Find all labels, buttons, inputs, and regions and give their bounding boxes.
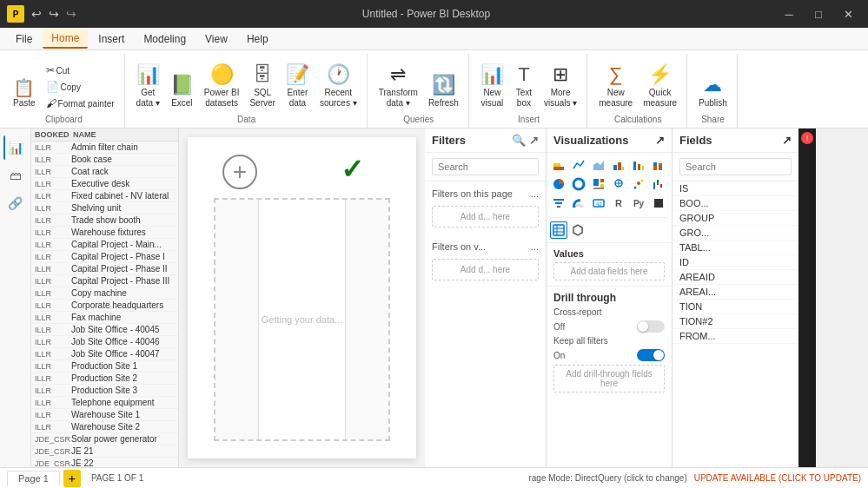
field-item[interactable]: FROM... [673, 329, 798, 344]
field-item[interactable]: GROUP [673, 211, 798, 226]
viz-format-icon[interactable] [569, 221, 586, 239]
filter-page-more[interactable]: ... [531, 188, 539, 199]
filter-page-drop-zone[interactable]: Add d... here [432, 206, 539, 228]
menu-modeling[interactable]: Modeling [135, 30, 195, 49]
new-visual-button[interactable]: 📊 Newvisual [476, 59, 508, 111]
update-available-link[interactable]: UPDATE AVAILABLE (CLICK TO UPDATE) [694, 473, 861, 483]
transform-data-button[interactable]: ⇌ Transformdata ▾ [374, 59, 422, 111]
viz-map-icon[interactable] [610, 175, 627, 193]
list-item[interactable]: ILLRWarehouse Site 2 [31, 421, 178, 433]
minimize-button[interactable]: ─ [776, 5, 802, 23]
list-item[interactable]: ILLRWarehouse fixtures [31, 227, 178, 239]
add-page-button[interactable]: + [63, 470, 81, 487]
menu-insert[interactable]: Insert [89, 30, 133, 49]
list-item[interactable]: ILLRCorporate headquarters [31, 300, 178, 312]
filters-search-input[interactable] [432, 158, 539, 175]
sidebar-data-icon[interactable]: 🗃 [3, 163, 28, 188]
list-item[interactable]: ILLRCopy machine [31, 287, 178, 300]
list-item[interactable]: ILLRCapital Project - Main... [31, 239, 178, 251]
drill-mode-status[interactable]: rage Mode: DirectQuery (click to change) [528, 473, 686, 483]
viz-area-icon[interactable] [590, 156, 607, 174]
list-item[interactable]: ILLRProduction Site 3 [31, 385, 178, 397]
list-item[interactable]: JDE_CSRJE 21 [31, 445, 178, 458]
refresh-button[interactable]: 🔃 Refresh [424, 59, 463, 111]
enter-data-button[interactable]: 📝 Enterdata [282, 59, 314, 111]
paste-button[interactable]: 📋 Paste [9, 59, 40, 111]
menu-file[interactable]: File [7, 30, 41, 49]
powerbi-datasets-button[interactable]: 🟡 Power BIdatasets [200, 59, 244, 111]
list-item[interactable]: ILLRExecutive desk [31, 178, 178, 190]
menu-help[interactable]: Help [238, 30, 277, 49]
quick-measure-button[interactable]: ⚡ Quickmeasure [639, 59, 681, 111]
field-item[interactable]: TABL... [673, 241, 798, 255]
list-item[interactable]: ILLRWarehouse Site 1 [31, 409, 178, 421]
list-item[interactable]: ILLRCoat rack [31, 166, 178, 178]
more-visuals-button[interactable]: ⊞ Morevisuals ▾ [540, 59, 581, 111]
viz-funnel-icon[interactable] [550, 195, 567, 212]
viz-gauge-icon[interactable] [570, 195, 587, 212]
list-item[interactable]: ILLRFax machine [31, 312, 178, 324]
viz-table-icon[interactable] [550, 221, 567, 239]
sql-server-button[interactable]: 🗄 SQLServer [245, 59, 279, 111]
drill-through-drop-zone[interactable]: Add drill-through fields here [553, 365, 665, 392]
list-item[interactable]: ILLRJob Site Office - 40045 [31, 324, 178, 336]
list-item[interactable]: JDE_CSRSolar power generator [31, 433, 178, 445]
list-item[interactable]: ILLRFixed cabinet - NV lateral [31, 190, 178, 202]
publish-button[interactable]: ☁ Publish [694, 59, 732, 111]
cut-button[interactable]: ✂ Cut [42, 63, 119, 78]
viz-scatter-icon[interactable] [630, 175, 647, 193]
close-button[interactable]: ✕ [835, 5, 861, 23]
cross-report-toggle[interactable] [637, 320, 665, 333]
list-item[interactable]: ILLRCapital Project - Phase III [31, 275, 178, 287]
sidebar-model-icon[interactable]: 🔗 [3, 191, 28, 215]
viz-treemap-icon[interactable] [590, 175, 607, 193]
viz-pie-icon[interactable] [550, 175, 567, 193]
menu-home[interactable]: Home [43, 30, 88, 49]
viz-waterfall-icon[interactable] [650, 175, 667, 193]
filter-expand-icon[interactable]: ↗ [529, 134, 539, 147]
maximize-button[interactable]: □ [805, 5, 832, 23]
list-item[interactable]: ILLRTrade show booth [31, 214, 178, 227]
undo-icon[interactable]: ↩ [31, 7, 42, 21]
list-item[interactable]: ILLRTelephone equipment [31, 397, 178, 409]
redo-icon[interactable]: ↪ [49, 7, 59, 21]
field-item[interactable]: IS [673, 181, 798, 196]
sidebar-report-icon[interactable]: 📊 [3, 135, 28, 160]
viz-stacked-bar-icon[interactable] [550, 156, 567, 174]
list-item[interactable]: ILLRJob Site Office - 40047 [31, 348, 178, 360]
viz-black-square-icon[interactable] [650, 195, 667, 212]
viz-clustered-col-icon[interactable] [630, 156, 647, 174]
field-item[interactable]: AREAI... [673, 285, 798, 300]
list-item[interactable]: ILLRAdmin filter chain [31, 142, 178, 154]
redo2-icon[interactable]: ↪ [66, 7, 76, 21]
list-item[interactable]: ILLRJob Site Office - 40046 [31, 336, 178, 348]
list-item[interactable]: JDE_CSRJE 22 [31, 458, 178, 467]
filter-visual-drop-zone[interactable]: Add d... here [432, 259, 539, 280]
list-item[interactable]: ILLRBook case [31, 154, 178, 166]
add-visual-button[interactable]: + [222, 155, 257, 189]
viz-python-icon[interactable]: Py [630, 195, 647, 212]
viz-r-icon[interactable]: R [610, 195, 627, 212]
field-item[interactable]: GRO... [673, 226, 798, 241]
viz-stacked-col-icon[interactable] [650, 156, 667, 174]
text-box-button[interactable]: T Textbox [510, 59, 538, 111]
page-tab-1[interactable]: Page 1 [7, 471, 60, 486]
field-item[interactable]: TION#2 [673, 314, 798, 329]
list-item[interactable]: ILLRProduction Site 2 [31, 373, 178, 385]
list-item[interactable]: ILLRProduction Site 1 [31, 360, 178, 373]
field-item[interactable]: TION [673, 300, 798, 314]
excel-button[interactable]: 📗 Excel [166, 59, 198, 111]
fields-expand-icon[interactable]: ↗ [782, 134, 792, 147]
format-painter-button[interactable]: 🖌 Format painter [42, 96, 119, 111]
viz-line-icon[interactable] [570, 156, 587, 174]
filter-search-icon[interactable]: 🔍 [512, 134, 526, 147]
viz-clustered-bar-icon[interactable] [610, 156, 627, 174]
viz-expand-icon[interactable]: ↗ [655, 134, 665, 147]
menu-view[interactable]: View [196, 30, 236, 49]
viz-donut-icon[interactable] [570, 175, 587, 193]
list-item[interactable]: ILLRCapital Project - Phase I [31, 251, 178, 263]
new-measure-button[interactable]: ∑ Newmeasure [594, 59, 637, 111]
field-item[interactable]: ID [673, 255, 798, 270]
copy-button[interactable]: 📄 Copy [42, 79, 119, 95]
filter-visual-more[interactable]: ... [531, 241, 539, 252]
